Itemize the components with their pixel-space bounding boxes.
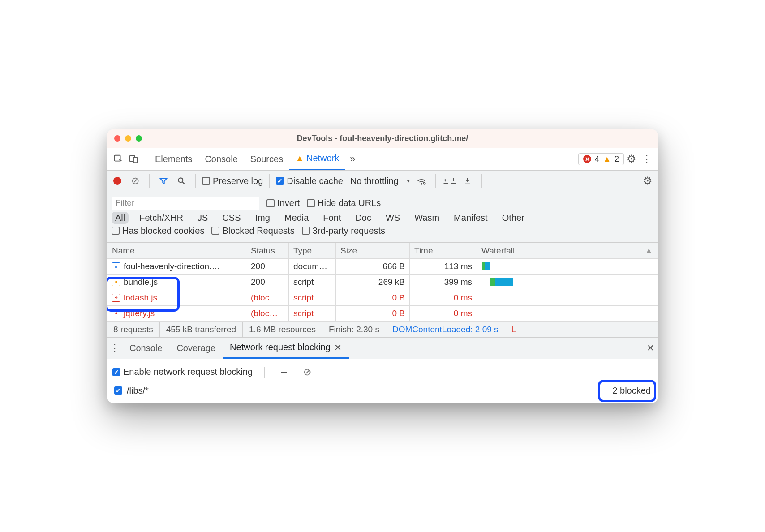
record-button[interactable]: [110, 173, 125, 189]
blocked-requests-checkbox[interactable]: Blocked Requests: [211, 226, 294, 236]
search-icon[interactable]: [174, 173, 189, 189]
import-har-icon[interactable]: [442, 173, 457, 189]
request-blocking-panel: ✓Enable network request blocking ＋ ⊘ ✓/l…: [107, 359, 658, 403]
warning-count: 2: [615, 154, 619, 164]
request-status: 200: [246, 258, 289, 274]
filter-bar: Filter Invert Hide data URLs AllFetch/XH…: [107, 192, 658, 243]
throttling-dropdown[interactable]: No throttling▼: [350, 176, 411, 186]
request-size: 269 kB: [336, 274, 410, 290]
window-title: DevTools - foul-heavenly-direction.glitc…: [107, 134, 658, 143]
close-tab-icon[interactable]: ✕: [334, 342, 342, 353]
devtools-window: DevTools - foul-heavenly-direction.glitc…: [107, 129, 658, 403]
export-har-icon[interactable]: [460, 173, 475, 189]
request-type: script: [289, 274, 336, 290]
main-tabs: Elements Console Sources ▲ Network » ✕ 4…: [107, 148, 658, 171]
request-type: script: [289, 305, 336, 321]
col-status[interactable]: Status: [246, 243, 289, 258]
tab-sources[interactable]: Sources: [244, 148, 289, 170]
pattern-blocked-count: 2 blocked: [612, 386, 651, 396]
svg-point-3: [178, 178, 183, 182]
request-size: 0 B: [336, 305, 410, 321]
summary-requests: 8 requests: [107, 322, 160, 337]
type-filter-ws[interactable]: WS: [382, 212, 404, 224]
type-filter-media[interactable]: Media: [281, 212, 312, 224]
request-name: lodash.js: [124, 293, 157, 303]
type-filter-wasm[interactable]: Wasm: [411, 212, 443, 224]
divider: [145, 152, 145, 166]
more-tabs-icon[interactable]: »: [350, 153, 355, 165]
request-size: 666 B: [336, 258, 410, 274]
invert-checkbox[interactable]: Invert: [266, 198, 300, 208]
add-pattern-button[interactable]: ＋: [276, 365, 292, 380]
file-icon: ⋄: [112, 278, 120, 286]
request-status: (bloc…: [246, 305, 289, 321]
col-type[interactable]: Type: [289, 243, 336, 258]
type-filter-manifest[interactable]: Manifest: [450, 212, 491, 224]
third-party-checkbox[interactable]: 3rd-party requests: [302, 226, 385, 236]
request-name: foul-heavenly-direction.…: [124, 262, 220, 271]
request-type: script: [289, 290, 336, 305]
file-icon: ≡: [112, 262, 120, 270]
col-waterfall[interactable]: Waterfall▲: [477, 243, 658, 258]
enable-request-blocking-checkbox[interactable]: ✓Enable network request blocking: [112, 367, 253, 377]
panel-settings-icon[interactable]: ⚙: [640, 173, 655, 189]
kebab-menu-icon[interactable]: ⋮: [639, 151, 654, 167]
type-filter-all[interactable]: All: [112, 212, 129, 224]
warning-icon: ▲: [296, 154, 304, 163]
request-time: 0 ms: [410, 305, 477, 321]
filter-icon[interactable]: [156, 173, 171, 189]
tab-network[interactable]: ▲ Network: [289, 148, 345, 170]
device-toggle-icon[interactable]: [126, 151, 141, 167]
pattern-enabled-checkbox[interactable]: ✓: [114, 386, 122, 395]
settings-icon[interactable]: ⚙: [624, 151, 639, 167]
type-filter-font[interactable]: Font: [319, 212, 344, 224]
hide-data-urls-checkbox[interactable]: Hide data URLs: [307, 198, 381, 208]
has-blocked-cookies-checkbox[interactable]: Has blocked cookies: [112, 226, 204, 236]
pattern-text: /libs/*: [127, 386, 149, 396]
type-filter-css[interactable]: CSS: [219, 212, 244, 224]
type-filter-js[interactable]: JS: [194, 212, 211, 224]
filter-input[interactable]: Filter: [112, 197, 259, 210]
disable-cache-checkbox[interactable]: ✓Disable cache: [276, 176, 343, 186]
col-time[interactable]: Time: [410, 243, 477, 258]
preserve-log-checkbox[interactable]: Preserve log: [202, 176, 263, 186]
request-size: 0 B: [336, 290, 410, 305]
table-row[interactable]: ⋄bundle.js200script269 kB399 ms: [107, 274, 658, 290]
drawer-tab-console[interactable]: Console: [122, 338, 169, 359]
close-drawer-icon[interactable]: ✕: [643, 340, 658, 356]
sort-asc-icon: ▲: [645, 246, 653, 256]
table-row[interactable]: ⋄jquery.js(bloc…script0 B0 ms: [107, 305, 658, 321]
summary-transferred: 455 kB transferred: [160, 322, 243, 337]
error-count: 4: [595, 154, 599, 164]
summary-finish: Finish: 2.30 s: [322, 322, 386, 337]
drawer-tab-coverage[interactable]: Coverage: [169, 338, 223, 359]
table-row[interactable]: ≡foul-heavenly-direction.…200docum…666 B…: [107, 258, 658, 274]
drawer-menu-icon[interactable]: ⋮: [107, 340, 122, 356]
type-filter-img[interactable]: Img: [252, 212, 274, 224]
request-time: 399 ms: [410, 274, 477, 290]
inspect-icon[interactable]: [111, 151, 126, 167]
file-icon: ⋄: [112, 309, 120, 317]
col-size[interactable]: Size: [336, 243, 410, 258]
type-filter-fetch-xhr[interactable]: Fetch/XHR: [136, 212, 187, 224]
issue-badges[interactable]: ✕ 4 ▲ 2: [578, 153, 624, 165]
type-filter-doc[interactable]: Doc: [352, 212, 375, 224]
type-filter-other[interactable]: Other: [499, 212, 528, 224]
table-row[interactable]: ⋄lodash.js(bloc…script0 B0 ms: [107, 290, 658, 305]
clear-patterns-button[interactable]: ⊘: [300, 365, 315, 380]
tab-elements[interactable]: Elements: [149, 148, 198, 170]
tab-console[interactable]: Console: [198, 148, 244, 170]
clear-button[interactable]: ⊘: [128, 173, 143, 189]
svg-point-5: [423, 182, 425, 184]
summary-load: L: [505, 322, 518, 337]
drawer-tab-request-blocking[interactable]: Network request blocking ✕: [223, 338, 349, 359]
request-waterfall: [477, 290, 658, 305]
request-type: docum…: [289, 258, 336, 274]
request-time: 113 ms: [410, 258, 477, 274]
svg-point-4: [421, 183, 422, 184]
error-icon: ✕: [583, 155, 591, 163]
network-conditions-icon[interactable]: [414, 173, 429, 189]
col-name[interactable]: Name: [107, 243, 246, 258]
network-summary: 8 requests 455 kB transferred 1.6 MB res…: [107, 322, 658, 338]
blocking-pattern-row[interactable]: ✓/libs/*2 blocked: [112, 382, 653, 399]
